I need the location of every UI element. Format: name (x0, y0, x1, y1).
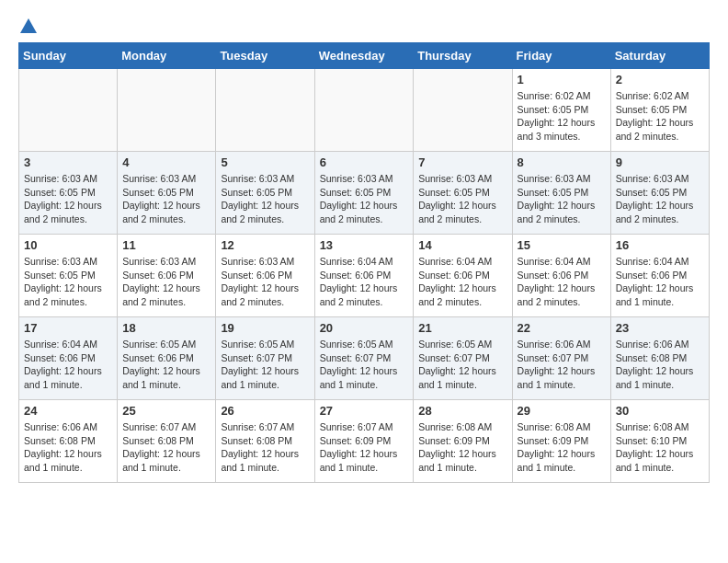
calendar: SundayMondayTuesdayWednesdayThursdayFrid… (18, 42, 710, 483)
calendar-day-cell: 12Sunrise: 6:03 AM Sunset: 6:06 PM Dayli… (216, 235, 314, 317)
day-info: Sunrise: 6:02 AM Sunset: 6:05 PM Dayligh… (616, 89, 704, 144)
day-info: Sunrise: 6:06 AM Sunset: 6:08 PM Dayligh… (24, 420, 112, 475)
day-number: 27 (320, 404, 409, 418)
day-of-week-header: Tuesday (216, 43, 314, 69)
day-number: 22 (518, 321, 606, 335)
day-number: 10 (24, 238, 112, 252)
day-info: Sunrise: 6:07 AM Sunset: 6:08 PM Dayligh… (221, 420, 309, 475)
calendar-week-row: 24Sunrise: 6:06 AM Sunset: 6:08 PM Dayli… (19, 400, 710, 483)
day-info: Sunrise: 6:04 AM Sunset: 6:06 PM Dayligh… (518, 255, 606, 309)
calendar-week-row: 1Sunrise: 6:02 AM Sunset: 6:05 PM Daylig… (19, 69, 710, 152)
calendar-day-cell: 27Sunrise: 6:07 AM Sunset: 6:09 PM Dayli… (314, 400, 414, 483)
calendar-day-cell: 20Sunrise: 6:05 AM Sunset: 6:07 PM Dayli… (314, 317, 414, 400)
calendar-day-cell: 24Sunrise: 6:06 AM Sunset: 6:08 PM Dayli… (19, 400, 118, 483)
day-number: 25 (122, 404, 210, 418)
calendar-day-cell: 15Sunrise: 6:04 AM Sunset: 6:06 PM Dayli… (512, 235, 610, 317)
day-info: Sunrise: 6:03 AM Sunset: 6:05 PM Dayligh… (616, 172, 704, 226)
day-info: Sunrise: 6:05 AM Sunset: 6:06 PM Dayligh… (122, 338, 210, 392)
calendar-day-cell: 14Sunrise: 6:04 AM Sunset: 6:06 PM Dayli… (414, 235, 512, 317)
day-number: 6 (320, 155, 409, 169)
day-number: 17 (24, 321, 112, 335)
day-info: Sunrise: 6:05 AM Sunset: 6:07 PM Dayligh… (221, 338, 309, 392)
calendar-week-row: 3Sunrise: 6:03 AM Sunset: 6:05 PM Daylig… (19, 152, 710, 235)
day-info: Sunrise: 6:03 AM Sunset: 6:05 PM Dayligh… (418, 172, 506, 226)
calendar-day-cell: 26Sunrise: 6:07 AM Sunset: 6:08 PM Dayli… (216, 400, 314, 483)
calendar-day-cell: 7Sunrise: 6:03 AM Sunset: 6:05 PM Daylig… (414, 152, 512, 235)
day-info: Sunrise: 6:07 AM Sunset: 6:08 PM Dayligh… (122, 420, 210, 475)
svg-marker-0 (20, 18, 37, 33)
day-of-week-header: Monday (118, 43, 216, 69)
day-of-week-header: Wednesday (314, 43, 414, 69)
calendar-day-cell: 23Sunrise: 6:06 AM Sunset: 6:08 PM Dayli… (610, 317, 709, 400)
calendar-day-cell: 25Sunrise: 6:07 AM Sunset: 6:08 PM Dayli… (118, 400, 216, 483)
calendar-day-cell: 21Sunrise: 6:05 AM Sunset: 6:07 PM Dayli… (414, 317, 512, 400)
day-number: 1 (518, 73, 606, 86)
day-number: 18 (122, 321, 210, 335)
calendar-week-row: 17Sunrise: 6:04 AM Sunset: 6:06 PM Dayli… (19, 317, 710, 400)
day-number: 13 (320, 238, 409, 252)
calendar-day-cell: 4Sunrise: 6:03 AM Sunset: 6:05 PM Daylig… (118, 152, 216, 235)
day-number: 2 (616, 73, 704, 86)
calendar-day-cell: 13Sunrise: 6:04 AM Sunset: 6:06 PM Dayli… (314, 235, 414, 317)
calendar-day-cell: 6Sunrise: 6:03 AM Sunset: 6:05 PM Daylig… (314, 152, 414, 235)
day-number: 29 (518, 404, 606, 418)
day-info: Sunrise: 6:03 AM Sunset: 6:05 PM Dayligh… (320, 172, 409, 226)
calendar-day-cell: 19Sunrise: 6:05 AM Sunset: 6:07 PM Dayli… (216, 317, 314, 400)
day-info: Sunrise: 6:03 AM Sunset: 6:05 PM Dayligh… (122, 172, 210, 226)
day-info: Sunrise: 6:05 AM Sunset: 6:07 PM Dayligh… (418, 338, 506, 392)
day-info: Sunrise: 6:02 AM Sunset: 6:05 PM Dayligh… (518, 89, 606, 144)
day-number: 12 (221, 238, 309, 252)
calendar-day-cell: 5Sunrise: 6:03 AM Sunset: 6:05 PM Daylig… (216, 152, 314, 235)
day-number: 20 (320, 321, 409, 335)
day-number: 26 (221, 404, 309, 418)
day-info: Sunrise: 6:06 AM Sunset: 6:08 PM Dayligh… (616, 338, 704, 392)
day-of-week-header: Friday (512, 43, 610, 69)
day-info: Sunrise: 6:05 AM Sunset: 6:07 PM Dayligh… (320, 338, 409, 392)
calendar-day-cell: 18Sunrise: 6:05 AM Sunset: 6:06 PM Dayli… (118, 317, 216, 400)
calendar-day-cell (314, 69, 414, 152)
calendar-day-cell: 17Sunrise: 6:04 AM Sunset: 6:06 PM Dayli… (19, 317, 118, 400)
day-number: 9 (616, 155, 704, 169)
calendar-day-cell: 16Sunrise: 6:04 AM Sunset: 6:06 PM Dayli… (610, 235, 709, 317)
day-number: 28 (418, 404, 506, 418)
day-number: 23 (616, 321, 704, 335)
day-number: 30 (616, 404, 704, 418)
calendar-day-cell: 9Sunrise: 6:03 AM Sunset: 6:05 PM Daylig… (610, 152, 709, 235)
day-info: Sunrise: 6:04 AM Sunset: 6:06 PM Dayligh… (418, 255, 506, 309)
calendar-day-cell (414, 69, 512, 152)
day-info: Sunrise: 6:03 AM Sunset: 6:05 PM Dayligh… (24, 255, 112, 309)
day-info: Sunrise: 6:07 AM Sunset: 6:09 PM Dayligh… (320, 420, 409, 475)
day-info: Sunrise: 6:03 AM Sunset: 6:05 PM Dayligh… (24, 172, 112, 226)
day-info: Sunrise: 6:03 AM Sunset: 6:06 PM Dayligh… (122, 255, 210, 309)
calendar-day-cell (19, 69, 118, 152)
calendar-week-row: 10Sunrise: 6:03 AM Sunset: 6:05 PM Dayli… (19, 235, 710, 317)
calendar-day-cell: 2Sunrise: 6:02 AM Sunset: 6:05 PM Daylig… (610, 69, 709, 152)
day-number: 5 (221, 155, 309, 169)
calendar-day-cell: 30Sunrise: 6:08 AM Sunset: 6:10 PM Dayli… (610, 400, 709, 483)
day-number: 3 (24, 155, 112, 169)
header (18, 18, 710, 33)
day-info: Sunrise: 6:04 AM Sunset: 6:06 PM Dayligh… (616, 255, 704, 309)
day-number: 15 (518, 238, 606, 252)
calendar-header-row: SundayMondayTuesdayWednesdayThursdayFrid… (19, 43, 710, 69)
calendar-day-cell (118, 69, 216, 152)
logo-triangle-icon (20, 18, 37, 35)
day-of-week-header: Sunday (19, 43, 118, 69)
calendar-day-cell: 28Sunrise: 6:08 AM Sunset: 6:09 PM Dayli… (414, 400, 512, 483)
day-info: Sunrise: 6:08 AM Sunset: 6:09 PM Dayligh… (518, 420, 606, 475)
day-info: Sunrise: 6:08 AM Sunset: 6:09 PM Dayligh… (418, 420, 506, 475)
day-number: 16 (616, 238, 704, 252)
day-number: 8 (518, 155, 606, 169)
calendar-day-cell (216, 69, 314, 152)
calendar-day-cell: 3Sunrise: 6:03 AM Sunset: 6:05 PM Daylig… (19, 152, 118, 235)
day-info: Sunrise: 6:03 AM Sunset: 6:06 PM Dayligh… (221, 255, 309, 309)
day-number: 19 (221, 321, 309, 335)
day-number: 7 (418, 155, 506, 169)
day-info: Sunrise: 6:04 AM Sunset: 6:06 PM Dayligh… (320, 255, 409, 309)
day-number: 24 (24, 404, 112, 418)
day-info: Sunrise: 6:03 AM Sunset: 6:05 PM Dayligh… (221, 172, 309, 226)
day-info: Sunrise: 6:06 AM Sunset: 6:07 PM Dayligh… (518, 338, 606, 392)
calendar-day-cell: 29Sunrise: 6:08 AM Sunset: 6:09 PM Dayli… (512, 400, 610, 483)
calendar-day-cell: 8Sunrise: 6:03 AM Sunset: 6:05 PM Daylig… (512, 152, 610, 235)
day-info: Sunrise: 6:04 AM Sunset: 6:06 PM Dayligh… (24, 338, 112, 392)
